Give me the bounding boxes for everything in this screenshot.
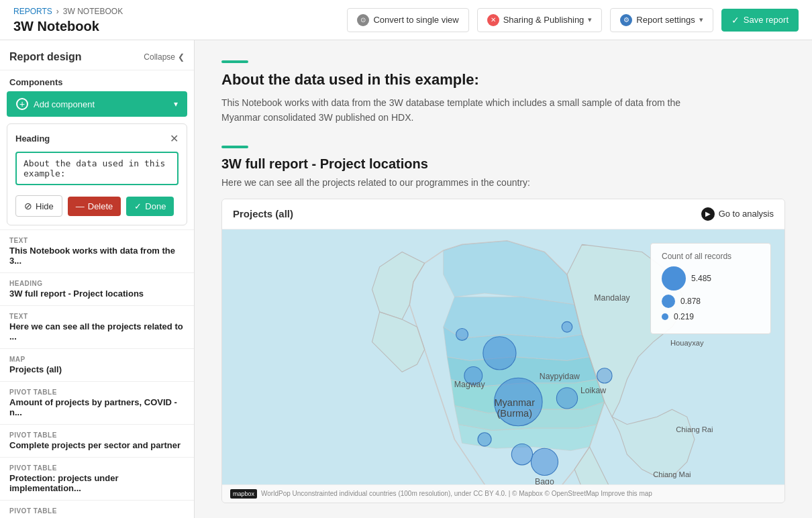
legend-item-2: 0.878 xyxy=(662,295,760,308)
svg-text:Chiang Rai: Chiang Rai xyxy=(676,425,713,433)
main-content: About the data used in this example: Thi… xyxy=(195,40,812,518)
svg-point-4 xyxy=(556,388,577,409)
heading-input[interactable]: About the data used in this example: xyxy=(15,152,179,185)
convert-button[interactable]: ⊙ Convert to single view xyxy=(347,8,468,32)
hide-button[interactable]: ⊘ Hide xyxy=(15,195,62,217)
component-list-item[interactable]: PIVOT TABLEAgriculture: projects under i… xyxy=(0,500,194,518)
close-heading-button[interactable]: ✕ xyxy=(170,132,179,145)
component-list: TEXTThis Notebook works with data from t… xyxy=(0,229,194,518)
svg-text:Houayxay: Houayxay xyxy=(670,339,704,347)
section-accent-1 xyxy=(221,60,248,63)
report-section: 3W full report - Project locations Here … xyxy=(221,146,785,503)
svg-text:Bago: Bago xyxy=(535,477,554,484)
component-type-label: MAP xyxy=(9,356,185,363)
add-component-label: Add component xyxy=(34,99,95,109)
map-attribution: WorldPop Unconstrainted individual count… xyxy=(261,490,652,497)
sharing-chevron-icon: ▾ xyxy=(588,15,592,24)
save-check-icon: ✓ xyxy=(731,15,740,25)
map-footer: mapbox WorldPop Unconstrainted individua… xyxy=(222,484,784,503)
about-section: About the data used in this example: Thi… xyxy=(221,60,785,125)
legend-title: Count of all records xyxy=(662,252,760,261)
legend-value-1: 5.485 xyxy=(691,274,711,283)
component-type-label: PIVOT TABLE xyxy=(9,431,185,439)
settings-icon: ⚙ xyxy=(620,14,632,26)
component-name-label: This Notebook works with data from the 3… xyxy=(9,246,185,266)
svg-point-9 xyxy=(562,321,572,332)
about-title: About the data used in this example: xyxy=(221,71,785,89)
sharing-icon: ✕ xyxy=(487,14,499,26)
map-card: Projects (all) ▶ Go to analysis 80k40k28… xyxy=(221,199,785,503)
component-type-label: TEXT xyxy=(9,313,185,320)
convert-label: Convert to single view xyxy=(373,15,458,25)
component-name-label: Complete projects per sector and partner xyxy=(9,440,185,450)
svg-text:Chiang Mai: Chiang Mai xyxy=(653,470,691,478)
hide-label: Hide xyxy=(36,201,54,211)
svg-point-2 xyxy=(483,337,516,370)
svg-text:Myanmar: Myanmar xyxy=(495,397,536,407)
component-list-item[interactable]: TEXTHere we can see all the projects rel… xyxy=(0,305,194,348)
component-type-label: TEXT xyxy=(9,237,185,244)
svg-point-3 xyxy=(531,448,558,475)
heading-card-actions: ⊘ Hide — Delete ✓ Done xyxy=(15,195,179,217)
svg-text:Naypyidaw: Naypyidaw xyxy=(540,372,580,381)
breadcrumb-current: 3W NOTEBOOK xyxy=(63,7,123,16)
add-component-left: + Add component xyxy=(16,98,95,110)
topbar: REPORTS › 3W NOTEBOOK 3W Notebook ⊙ Conv… xyxy=(0,0,812,40)
play-icon: ▶ xyxy=(701,207,715,221)
component-name-label: Here we can see all the projects related… xyxy=(9,321,185,342)
component-type-label: HEADING xyxy=(9,280,185,287)
legend-value-3: 0.219 xyxy=(674,312,694,321)
map-visualization: 80k40k28k22k18k15k12k9.5k7.5k5.5k3.5k2k1… xyxy=(222,229,784,484)
breadcrumb-parent[interactable]: REPORTS xyxy=(13,7,52,16)
component-list-item[interactable]: TEXTThis Notebook works with data from t… xyxy=(0,229,194,272)
sharing-button[interactable]: ✕ Sharing & Publishing ▾ xyxy=(477,8,603,32)
add-component-button[interactable]: + Add component ▾ xyxy=(7,91,187,117)
component-type-label: PIVOT TABLE xyxy=(9,389,185,396)
svg-text:Loikaw: Loikaw xyxy=(580,385,606,395)
heading-card-label: Heading xyxy=(15,134,50,144)
svg-text:(Burma): (Burma) xyxy=(497,408,532,419)
settings-button[interactable]: ⚙ Report settings ▾ xyxy=(610,8,713,32)
component-list-item[interactable]: HEADING3W full report - Project location… xyxy=(0,272,194,305)
heading-card-header: Heading ✕ xyxy=(15,132,179,145)
map-card-title: Projects (all) xyxy=(233,208,293,219)
component-name-label: Amount of projects by partners, COVID - … xyxy=(9,397,185,417)
hide-icon: ⊘ xyxy=(24,201,32,211)
legend-bubble-large xyxy=(662,266,686,291)
go-analysis-button[interactable]: ▶ Go to analysis xyxy=(701,207,774,221)
component-list-item[interactable]: MAPProjects (all) xyxy=(0,348,194,381)
svg-point-7 xyxy=(478,433,491,446)
save-button[interactable]: ✓ Save report xyxy=(721,9,799,32)
component-name-label: Protection: projects under implementatio… xyxy=(9,473,185,493)
convert-icon: ⊙ xyxy=(357,14,369,26)
svg-point-8 xyxy=(456,328,468,340)
component-list-item[interactable]: PIVOT TABLEAmount of projects by partner… xyxy=(0,381,194,424)
bubble-legend: Count of all records 5.485 0.878 0.219 xyxy=(650,243,771,334)
about-text: This Notebook works with data from the 3… xyxy=(221,95,691,125)
page-title: 3W Notebook xyxy=(13,19,99,34)
layout: Report design Collapse ❮ Components + Ad… xyxy=(0,40,812,518)
sharing-label: Sharing & Publishing xyxy=(503,15,585,25)
component-name-label: Projects (all) xyxy=(9,364,185,374)
collapse-button[interactable]: Collapse ❮ xyxy=(144,52,185,62)
legend-item-1: 5.485 xyxy=(662,266,760,291)
collapse-label: Collapse xyxy=(144,52,175,62)
component-type-label: PIVOT TABLE xyxy=(9,507,185,515)
delete-button[interactable]: — Delete xyxy=(68,197,121,216)
svg-text:Mandalay: Mandalay xyxy=(594,293,630,303)
component-list-item[interactable]: PIVOT TABLEComplete projects per sector … xyxy=(0,424,194,457)
save-label: Save report xyxy=(744,15,789,25)
breadcrumb-separator: › xyxy=(56,7,59,16)
svg-point-6 xyxy=(597,368,612,382)
done-button[interactable]: ✓ Done xyxy=(126,197,174,216)
legend-item-3: 0.219 xyxy=(662,312,760,321)
component-list-item[interactable]: PIVOT TABLEProtection: projects under im… xyxy=(0,457,194,500)
mapbox-logo: mapbox xyxy=(230,489,257,499)
svg-text:Magway: Magway xyxy=(454,379,486,389)
sidebar-title: Report design xyxy=(9,51,82,63)
topbar-actions: ⊙ Convert to single view ✕ Sharing & Pub… xyxy=(347,8,799,32)
done-check-icon: ✓ xyxy=(134,201,142,211)
map-card-header: Projects (all) ▶ Go to analysis xyxy=(222,199,784,229)
components-label: Components xyxy=(0,70,194,91)
settings-chevron-icon: ▾ xyxy=(699,15,703,24)
